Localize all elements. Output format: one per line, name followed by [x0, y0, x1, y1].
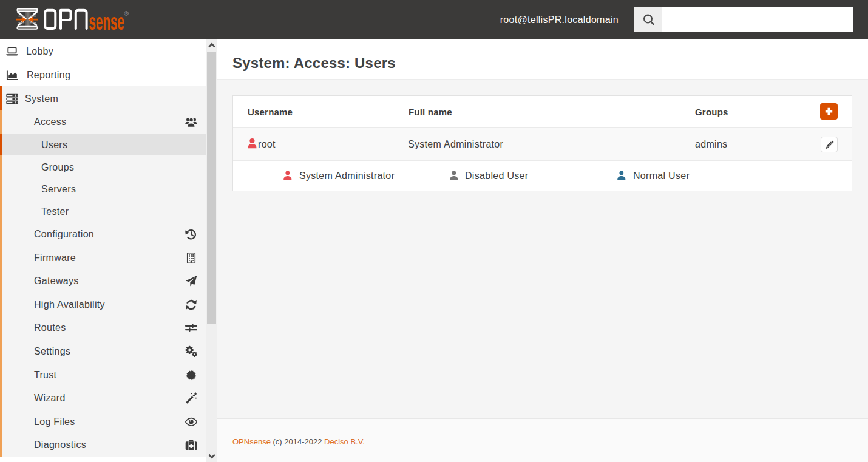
svg-text:sense: sense — [89, 8, 124, 33]
svg-text:R: R — [125, 11, 128, 15]
